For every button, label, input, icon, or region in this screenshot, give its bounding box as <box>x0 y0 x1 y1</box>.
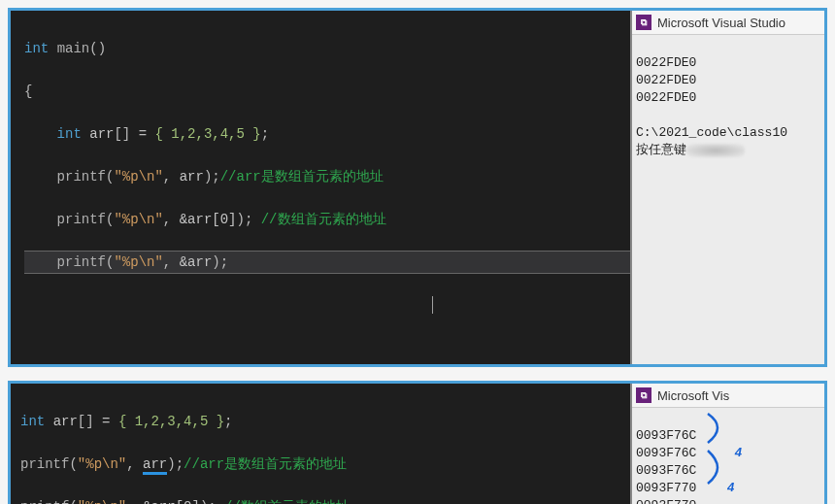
parens: () <box>89 41 106 56</box>
keyword-int: int <box>24 41 49 56</box>
console-title: Microsoft Vis <box>657 388 729 403</box>
out-line: 0093F770 <box>636 498 696 504</box>
equals-op: = <box>130 126 154 142</box>
out-line: 0022FDE0 <box>636 73 696 87</box>
out-line: 0093F770 <box>636 481 696 495</box>
out-line: 0093F76C <box>636 428 696 443</box>
console-output: 0022FDE0 0022FDE0 0022FDE0 C:\2021_code\… <box>632 35 824 179</box>
panel-top: int main() { int arr[] = { 1,2,3,4,5 }; … <box>8 8 827 367</box>
string-fmt: "%p\n" <box>114 169 162 185</box>
vs-icon: ⧉ <box>636 15 651 30</box>
panel-bottom: int arr[] = { 1,2,3,4,5 }; printf("%p\n"… <box>8 381 827 504</box>
comment-prefix: //arr <box>220 169 261 185</box>
brackets: [] <box>114 126 130 142</box>
identifier-main: main <box>57 41 90 56</box>
console-bottom: ⧉ Microsoft Vis 0093F76C 0093F76C 4 0093… <box>630 384 824 504</box>
out-line: 0093F76C <box>636 446 696 460</box>
out-line: 0093F76C <box>636 463 696 478</box>
out-line: 0022FDE0 <box>636 55 696 70</box>
brace-open: { <box>24 84 32 99</box>
arg-arr-underlined: arr <box>143 456 167 475</box>
array-literal: { 1,2,3,4,5 } <box>154 126 260 142</box>
comment-text: 是数组首元素的地址 <box>261 169 384 185</box>
smudge <box>686 144 745 157</box>
arg-arr0: &arr[0] <box>180 212 237 227</box>
console-titlebar[interactable]: ⧉ Microsoft Visual Studio <box>632 11 824 35</box>
vs-icon: ⧉ <box>636 387 651 403</box>
fn-printf: printf <box>57 169 106 185</box>
hand-note-blue: 4 <box>734 446 742 460</box>
console-output: 0093F76C 0093F76C 4 0093F76C 0093F770 4 … <box>632 408 824 504</box>
console-title: Microsoft Visual Studio <box>657 16 785 30</box>
out-line: 0022FDE0 <box>636 90 696 105</box>
out-line: C:\2021_code\class10 <box>636 125 787 140</box>
keyword-int: int <box>57 126 82 142</box>
code-editor-top[interactable]: int main() { int arr[] = { 1,2,3,4,5 }; … <box>11 11 630 364</box>
arg-arr0-underlined: &arr[0] <box>143 499 200 504</box>
code-editor-bottom[interactable]: int arr[] = { 1,2,3,4,5 }; printf("%p\n"… <box>11 384 630 504</box>
annotation-arrow <box>11 384 630 504</box>
arg-amp-arr: &arr <box>180 254 213 270</box>
out-line: 按任意键 <box>636 143 686 157</box>
identifier-arr: arr <box>89 126 114 142</box>
console-top: ⧉ Microsoft Visual Studio 0022FDE0 0022F… <box>630 11 824 364</box>
hand-note-blue: 4 <box>727 481 735 495</box>
console-titlebar[interactable]: ⧉ Microsoft Vis <box>632 384 824 408</box>
arg-arr: arr <box>180 169 204 185</box>
text-caret <box>432 296 433 314</box>
semi: ; <box>261 126 269 142</box>
